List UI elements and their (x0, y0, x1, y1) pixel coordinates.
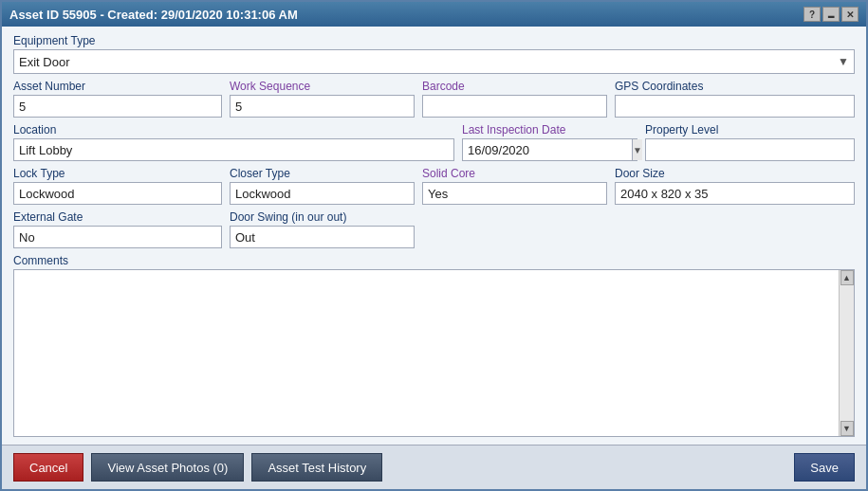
form-content: Equipment Type Exit Door ▼ Asset Number … (2, 27, 866, 445)
closer-type-input[interactable] (230, 182, 415, 205)
work-sequence-input[interactable] (230, 95, 415, 118)
door-size-label: Door Size (615, 167, 855, 180)
date-dropdown-button[interactable]: ▼ (632, 139, 642, 160)
solid-core-label: Solid Core (422, 167, 607, 180)
solid-core-input[interactable] (422, 182, 607, 205)
door-swing-input[interactable] (230, 226, 415, 248)
equipment-type-label: Equipment Type (13, 34, 855, 47)
save-button[interactable]: Save (794, 453, 855, 482)
location-label: Location (13, 123, 454, 136)
scroll-down-button[interactable]: ▼ (840, 421, 854, 436)
last-inspection-group: Last Inspection Date ▼ (462, 123, 637, 161)
external-gate-input[interactable] (13, 226, 222, 248)
row-door-info: Lock Type Closer Type Solid Core Door Si… (13, 167, 855, 205)
comments-wrapper: ▲ ▼ (13, 269, 855, 437)
asset-number-label: Asset Number (13, 80, 222, 93)
closer-type-group: Closer Type (230, 167, 415, 205)
last-inspection-label: Last Inspection Date (462, 123, 637, 136)
lock-type-label: Lock Type (13, 167, 222, 180)
door-size-input[interactable] (615, 182, 855, 205)
row-gate-swing: External Gate Door Swing (in our out) (13, 210, 855, 248)
row-asset-info: Asset Number Work Sequence Barcode GPS C… (13, 80, 855, 118)
row-location-info: Location Last Inspection Date ▼ Property… (13, 123, 855, 161)
title-bar: Asset ID 55905 - Created: 29/01/2020 10:… (2, 2, 866, 27)
close-button[interactable]: ✕ (841, 7, 859, 22)
gps-group: GPS Coordinates (615, 80, 855, 118)
equipment-type-select[interactable]: Exit Door ▼ (13, 49, 855, 74)
property-level-label: Property Level (645, 123, 855, 136)
equipment-type-group: Equipment Type Exit Door ▼ (13, 34, 855, 74)
scroll-up-button[interactable]: ▲ (840, 270, 854, 285)
work-sequence-label: Work Sequence (230, 80, 415, 93)
asset-number-group: Asset Number (13, 80, 222, 118)
window-title: Asset ID 55905 - Created: 29/01/2020 10:… (9, 8, 298, 22)
equipment-type-value: Exit Door (19, 55, 69, 69)
lock-type-input[interactable] (13, 182, 222, 205)
last-inspection-date-wrapper: ▼ (462, 138, 637, 161)
property-level-input[interactable] (645, 138, 855, 161)
comments-textarea[interactable] (14, 270, 839, 436)
door-size-group: Door Size (615, 167, 855, 205)
scroll-track (840, 285, 854, 421)
property-level-group: Property Level (645, 123, 855, 161)
solid-core-group: Solid Core (422, 167, 607, 205)
gps-label: GPS Coordinates (615, 80, 855, 93)
asset-number-input[interactable] (13, 95, 222, 118)
view-photos-button[interactable]: View Asset Photos (0) (91, 453, 244, 482)
last-inspection-input[interactable] (463, 139, 632, 160)
asset-test-history-button[interactable]: Asset Test History (251, 453, 382, 482)
chevron-down-icon: ▼ (838, 55, 849, 68)
gps-input[interactable] (615, 95, 855, 118)
barcode-input[interactable] (422, 95, 607, 118)
location-group: Location (13, 123, 454, 161)
external-gate-label: External Gate (13, 210, 222, 224)
lock-type-group: Lock Type (13, 167, 222, 205)
closer-type-label: Closer Type (230, 167, 415, 180)
title-bar-buttons: ? 🗕 ✕ (803, 7, 859, 22)
cancel-button[interactable]: Cancel (13, 453, 83, 482)
comments-area: Comments ▲ ▼ (13, 254, 855, 437)
external-gate-group: External Gate (13, 210, 222, 248)
barcode-group: Barcode (422, 80, 607, 118)
location-input[interactable] (13, 138, 454, 161)
help-button[interactable]: ? (803, 7, 821, 22)
scrollbar: ▲ ▼ (839, 270, 854, 436)
minimize-button[interactable]: 🗕 (822, 7, 840, 22)
work-sequence-group: Work Sequence (230, 80, 415, 118)
barcode-label: Barcode (422, 80, 607, 93)
door-swing-group: Door Swing (in our out) (230, 210, 415, 248)
door-swing-label: Door Swing (in our out) (230, 210, 415, 224)
footer: Cancel View Asset Photos (0) Asset Test … (2, 445, 866, 489)
comments-label: Comments (13, 254, 855, 267)
main-window: Asset ID 55905 - Created: 29/01/2020 10:… (0, 0, 868, 491)
